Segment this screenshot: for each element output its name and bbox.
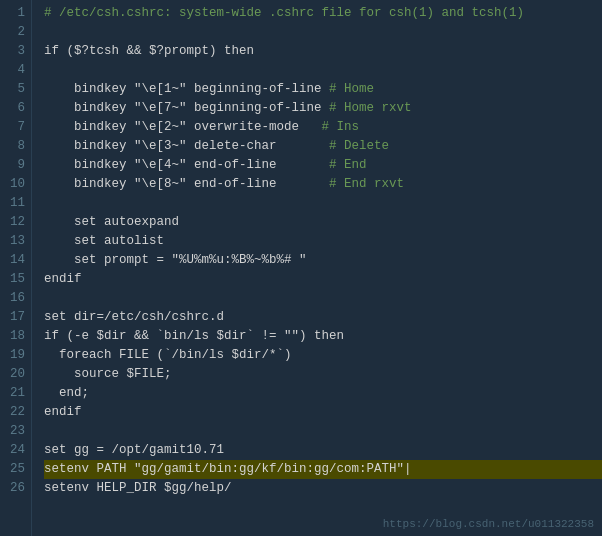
- code-line: if (-e $dir && `bin/ls $dir` != "") then: [44, 327, 602, 346]
- code-line: set dir=/etc/csh/cshrc.d: [44, 308, 602, 327]
- code-line: set prompt = "%U%m%u:%B%~%b%# ": [44, 251, 602, 270]
- line-number: 1: [0, 4, 31, 23]
- line-number: 12: [0, 213, 31, 232]
- line-numbers: 1234567891011121314151617181920212223242…: [0, 0, 32, 536]
- token-plain: setenv HELP_DIR $gg/help/: [44, 481, 232, 495]
- code-line: if ($?tcsh && $?prompt) then: [44, 42, 602, 61]
- code-line: [44, 422, 602, 441]
- token-comment: # End: [329, 158, 367, 172]
- token-plain: set autolist: [44, 234, 164, 248]
- token-plain: end;: [44, 386, 89, 400]
- code-line: setenv HELP_DIR $gg/help/: [44, 479, 602, 498]
- code-line: bindkey "\e[2~" overwrite-mode # Ins: [44, 118, 602, 137]
- code-line: bindkey "\e[8~" end-of-line # End rxvt: [44, 175, 602, 194]
- token-plain: bindkey "\e[3~" delete-char: [44, 139, 329, 153]
- line-number: 11: [0, 194, 31, 213]
- token-plain: bindkey "\e[4~" end-of-line: [44, 158, 329, 172]
- line-number: 19: [0, 346, 31, 365]
- line-number: 24: [0, 441, 31, 460]
- token-comment: # End rxvt: [329, 177, 404, 191]
- line-number: 6: [0, 99, 31, 118]
- code-line: [44, 194, 602, 213]
- line-number: 8: [0, 137, 31, 156]
- code-line: bindkey "\e[3~" delete-char # Delete: [44, 137, 602, 156]
- code-line: bindkey "\e[1~" beginning-of-line # Home: [44, 80, 602, 99]
- line-number: 3: [0, 42, 31, 61]
- code-line: endif: [44, 403, 602, 422]
- token-plain: endif: [44, 272, 82, 286]
- code-line: # /etc/csh.cshrc: system-wide .cshrc fil…: [44, 4, 602, 23]
- line-number: 14: [0, 251, 31, 270]
- code-line: setenv PATH "gg/gamit/bin:gg/kf/bin:gg/c…: [44, 460, 602, 479]
- line-number: 5: [0, 80, 31, 99]
- line-number: 26: [0, 479, 31, 498]
- line-number: 23: [0, 422, 31, 441]
- line-number: 21: [0, 384, 31, 403]
- token-comment: # Delete: [329, 139, 389, 153]
- token-comment: # Home: [329, 82, 374, 96]
- line-number: 20: [0, 365, 31, 384]
- line-number: 7: [0, 118, 31, 137]
- token-plain: if (-e $dir && `bin/ls $dir` != "") then: [44, 329, 344, 343]
- token-plain: bindkey "\e[7~" beginning-of-line: [44, 101, 329, 115]
- code-lines[interactable]: # /etc/csh.cshrc: system-wide .cshrc fil…: [32, 0, 602, 536]
- token-plain: setenv PATH "gg/gamit/bin:gg/kf/bin:gg/c…: [44, 462, 412, 476]
- token-plain: bindkey "\e[2~" overwrite-mode: [44, 120, 322, 134]
- watermark: https://blog.csdn.net/u011322358: [383, 518, 594, 530]
- code-line: set autoexpand: [44, 213, 602, 232]
- line-number: 10: [0, 175, 31, 194]
- line-number: 9: [0, 156, 31, 175]
- code-line: [44, 289, 602, 308]
- line-number: 16: [0, 289, 31, 308]
- line-number: 18: [0, 327, 31, 346]
- token-plain: set gg = /opt/gamit10.71: [44, 443, 224, 457]
- token-plain: set dir=/etc/csh/cshrc.d: [44, 310, 224, 324]
- line-number: 25: [0, 460, 31, 479]
- token-comment: # Ins: [322, 120, 360, 134]
- code-line: [44, 61, 602, 80]
- line-number: 17: [0, 308, 31, 327]
- line-number: 22: [0, 403, 31, 422]
- code-line: set autolist: [44, 232, 602, 251]
- line-number: 15: [0, 270, 31, 289]
- code-editor: 1234567891011121314151617181920212223242…: [0, 0, 602, 536]
- token-comment: # Home rxvt: [329, 101, 412, 115]
- token-plain: bindkey "\e[1~" beginning-of-line: [44, 82, 329, 96]
- code-content: 1234567891011121314151617181920212223242…: [0, 0, 602, 536]
- token-plain: endif: [44, 405, 82, 419]
- code-line: source $FILE;: [44, 365, 602, 384]
- code-line: bindkey "\e[4~" end-of-line # End: [44, 156, 602, 175]
- code-line: [44, 23, 602, 42]
- token-comment: # /etc/csh.cshrc: system-wide .cshrc fil…: [44, 6, 524, 20]
- token-plain: set prompt = "%U%m%u:%B%~%b%# ": [44, 253, 307, 267]
- token-plain: source $FILE;: [44, 367, 172, 381]
- token-plain: bindkey "\e[8~" end-of-line: [44, 177, 329, 191]
- line-number: 2: [0, 23, 31, 42]
- code-line: set gg = /opt/gamit10.71: [44, 441, 602, 460]
- code-line: foreach FILE (`/bin/ls $dir/*`): [44, 346, 602, 365]
- code-line: endif: [44, 270, 602, 289]
- token-plain: if ($?tcsh && $?prompt) then: [44, 44, 254, 58]
- token-plain: foreach FILE (`/bin/ls $dir/*`): [44, 348, 292, 362]
- token-plain: set autoexpand: [44, 215, 179, 229]
- line-number: 13: [0, 232, 31, 251]
- code-line: end;: [44, 384, 602, 403]
- line-number: 4: [0, 61, 31, 80]
- code-line: bindkey "\e[7~" beginning-of-line # Home…: [44, 99, 602, 118]
